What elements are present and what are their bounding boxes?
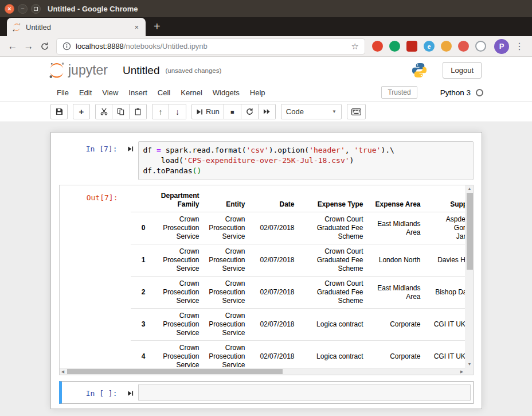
kernel-name: Python 3 bbox=[440, 88, 471, 97]
maximize-icon bbox=[34, 7, 38, 11]
table-row: 2Crown Prosecution ServiceCrown Prosecut… bbox=[131, 277, 465, 309]
menu-widgets[interactable]: Widgets bbox=[208, 86, 245, 99]
move-cell-down-button[interactable]: ↓ bbox=[169, 104, 186, 119]
jupyter-logo[interactable]: jupyter bbox=[48, 61, 108, 79]
table-cell: Crown Court Graduated Fee Scheme bbox=[299, 277, 368, 309]
extension-gray-ring-icon[interactable] bbox=[475, 41, 486, 52]
run-icon bbox=[196, 108, 203, 115]
empty-code-editor[interactable] bbox=[138, 384, 471, 401]
jupyter-favicon-icon bbox=[13, 23, 21, 32]
column-header: Expense Area bbox=[368, 189, 425, 212]
window-maximize-button[interactable] bbox=[31, 4, 41, 14]
browser-tabbar: Untitled × + bbox=[0, 17, 532, 36]
table-cell: East Midlands Area bbox=[368, 212, 425, 244]
menu-view[interactable]: View bbox=[97, 86, 123, 99]
restart-run-all-button[interactable] bbox=[259, 104, 276, 119]
table-cell: Crown Prosecution Service bbox=[204, 277, 250, 309]
extension-green-circle-icon[interactable] bbox=[389, 41, 400, 52]
table-cell: Davies Hu bbox=[425, 244, 465, 277]
logout-button[interactable]: Logout bbox=[443, 62, 482, 79]
table-cell: Bishop Dar bbox=[425, 277, 465, 309]
vertical-scroll-thumb[interactable] bbox=[467, 193, 473, 270]
forward-button[interactable]: → bbox=[21, 41, 37, 52]
jupyter-logo-icon bbox=[48, 61, 65, 79]
paste-cell-button[interactable] bbox=[130, 104, 147, 119]
row-index: 2 bbox=[131, 277, 150, 309]
url-text: localhost:8888/notebooks/Untitled.ipynb bbox=[76, 42, 208, 50]
menu-help[interactable]: Help bbox=[245, 86, 271, 99]
window-minimize-button[interactable]: − bbox=[18, 4, 28, 14]
save-button[interactable] bbox=[50, 104, 68, 119]
run-cell-icon[interactable] bbox=[127, 390, 134, 396]
table-cell: Crown Prosecution Service bbox=[204, 309, 250, 341]
restart-kernel-button[interactable] bbox=[241, 104, 259, 119]
tab-close-button[interactable]: × bbox=[133, 23, 140, 32]
move-cell-up-button[interactable]: ↑ bbox=[152, 104, 169, 119]
copy-cell-button[interactable] bbox=[112, 104, 130, 119]
profile-avatar[interactable]: P bbox=[494, 39, 509, 54]
scroll-up-icon[interactable]: ▲ bbox=[466, 185, 474, 192]
extension-red-circle-icon[interactable] bbox=[372, 41, 383, 52]
vertical-scrollbar[interactable]: ▲ ▼ bbox=[466, 185, 473, 368]
menu-kernel[interactable]: Kernel bbox=[175, 86, 208, 99]
interrupt-kernel-button[interactable]: ■ bbox=[224, 104, 241, 119]
save-icon bbox=[56, 108, 63, 115]
omnibox[interactable]: localhost:8888/notebooks/Untitled.ipynb … bbox=[56, 38, 365, 55]
notebook-title[interactable]: Untitled bbox=[123, 64, 159, 77]
scroll-right-icon[interactable]: ▶ bbox=[459, 368, 466, 375]
scroll-left-icon[interactable]: ◀ bbox=[60, 368, 66, 375]
empty-code-cell[interactable]: In [ ]: bbox=[59, 381, 474, 404]
back-button[interactable]: ← bbox=[5, 41, 21, 52]
arrow-down-icon: ↓ bbox=[175, 107, 179, 116]
code-editor[interactable]: df = spark.read.format('csv').option('he… bbox=[138, 141, 474, 180]
extension-orange-circle-icon[interactable] bbox=[458, 41, 469, 52]
output-scroll-area[interactable]: Out[7]: Department FamilyEntityDateExpen… bbox=[59, 185, 474, 375]
kernel-idle-icon bbox=[476, 89, 483, 96]
jupyter-menubar-items: FileEditViewInsertCellKernelWidgetsHelp bbox=[52, 86, 271, 99]
window-titlebar: × − Untitled - Google Chrome bbox=[0, 0, 532, 17]
table-row: 3Crown Prosecution ServiceCrown Prosecut… bbox=[131, 309, 465, 341]
notebook-container: In [7]: df = spark.read.format('csv').op… bbox=[50, 132, 482, 409]
column-header: Department Family bbox=[150, 189, 204, 212]
bookmark-star-icon[interactable]: ☆ bbox=[351, 41, 359, 52]
python-logo-icon bbox=[411, 62, 428, 79]
notebook-toolbar: + ↑ ↓ Run ■ bbox=[0, 102, 532, 122]
table-row: 0Crown Prosecution ServiceCrown Prosecut… bbox=[131, 212, 465, 244]
extension-red-square-icon[interactable] bbox=[406, 41, 417, 52]
code-cell[interactable]: In [7]: df = spark.read.format('csv').op… bbox=[59, 141, 474, 180]
browser-tab-untitled[interactable]: Untitled × bbox=[7, 18, 146, 36]
horizontal-scroll-thumb[interactable] bbox=[67, 369, 283, 374]
page-info-icon[interactable] bbox=[62, 42, 71, 50]
run-label: Run bbox=[206, 107, 220, 116]
menu-file[interactable]: File bbox=[52, 86, 74, 99]
dataframe-table: Department FamilyEntityDateExpense TypeE… bbox=[131, 189, 465, 372]
output-prompt: Out[7]: bbox=[60, 185, 124, 202]
column-header: Suppl bbox=[425, 189, 465, 212]
run-button[interactable]: Run bbox=[191, 104, 224, 119]
menu-edit[interactable]: Edit bbox=[74, 86, 97, 99]
table-cell: Corporate bbox=[368, 309, 425, 341]
extension-amber-circle-icon[interactable] bbox=[441, 41, 452, 52]
reload-button[interactable] bbox=[37, 42, 53, 51]
table-cell: Crown Prosecution Service bbox=[204, 244, 250, 277]
extension-blue-e-icon[interactable]: e bbox=[424, 41, 435, 52]
horizontal-scrollbar[interactable]: ◀ ▶ bbox=[60, 368, 466, 375]
table-cell: Crown Prosecution Service bbox=[150, 244, 204, 277]
window-close-button[interactable]: × bbox=[5, 4, 14, 14]
new-tab-button[interactable]: + bbox=[146, 17, 169, 36]
table-cell: Aspden Gord Jam bbox=[425, 212, 465, 244]
menu-cell[interactable]: Cell bbox=[152, 86, 175, 99]
cut-cell-button[interactable] bbox=[95, 104, 112, 119]
menu-insert[interactable]: Insert bbox=[123, 86, 152, 99]
command-palette-button[interactable] bbox=[347, 104, 366, 119]
scroll-down-icon[interactable]: ▼ bbox=[466, 361, 474, 368]
browser-menu-icon[interactable]: ⋮ bbox=[514, 41, 527, 52]
run-cell-icon[interactable] bbox=[127, 146, 134, 152]
column-header: Date bbox=[250, 189, 299, 212]
row-index: 3 bbox=[131, 309, 150, 341]
table-cell: 02/07/2018 bbox=[250, 244, 299, 277]
column-header: Entity bbox=[204, 189, 250, 212]
cell-type-dropdown[interactable]: Code ▼ bbox=[281, 104, 342, 119]
plus-icon: + bbox=[79, 107, 84, 116]
add-cell-button[interactable]: + bbox=[73, 104, 90, 119]
